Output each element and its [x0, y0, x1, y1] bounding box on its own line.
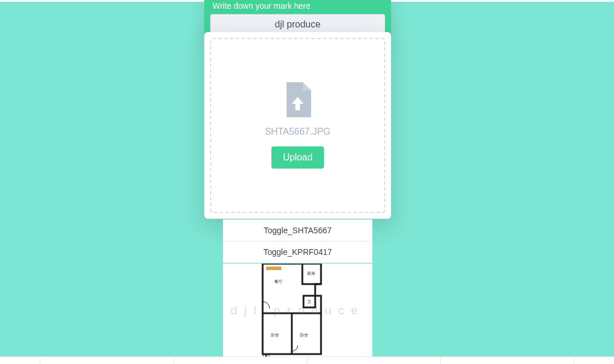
room-label-bedroom2: 卧室	[300, 333, 308, 337]
footer-cell	[441, 356, 574, 364]
footer-cell	[174, 356, 308, 364]
floorplan-image: 餐厅 厨房 卫 卧室 卧室	[251, 264, 344, 356]
room-label-dining: 餐厅	[274, 279, 282, 284]
toggle-list: Toggle_SHTA5667 Toggle_KPRF0417	[223, 219, 372, 263]
footer-cell	[40, 356, 174, 364]
room-label-kitchen: 厨房	[307, 271, 315, 275]
upload-filename: SHTA5667.JPG	[265, 127, 331, 137]
room-label-bath: 卫	[307, 300, 311, 304]
footer-grid	[0, 356, 614, 364]
upload-card: SHTA5667.JPG Upload	[204, 32, 391, 219]
toggle-row[interactable]: Toggle_KPRF0417	[223, 242, 372, 263]
footer-cell	[574, 356, 614, 364]
toggle-row[interactable]: Toggle_SHTA5667	[223, 219, 372, 242]
room-label-bedroom1: 卧室	[271, 333, 279, 337]
floorplan-preview: 餐厅 厨房 卫 卧室 卧室 djl produce	[223, 264, 372, 356]
upload-button[interactable]: Upload	[271, 146, 325, 169]
upload-dropzone[interactable]: SHTA5667.JPG Upload	[210, 38, 385, 213]
file-upload-icon	[284, 82, 311, 117]
footer-cell	[308, 356, 441, 364]
mark-prompt: Write down your mark here	[210, 0, 385, 14]
svg-rect-1	[266, 267, 281, 270]
footer-cell	[0, 356, 40, 364]
